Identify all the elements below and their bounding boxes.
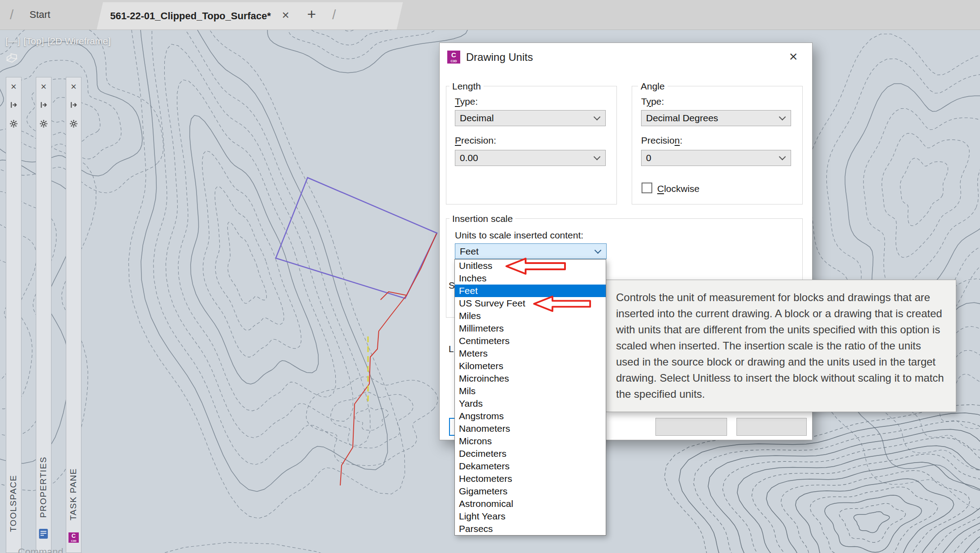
- properties-panel-bar[interactable]: × PROPERTIES: [36, 77, 51, 553]
- dialog-close-icon[interactable]: ×: [784, 43, 802, 72]
- length-precision-value: 0.00: [460, 150, 478, 166]
- length-group-label: Length: [449, 81, 484, 92]
- angle-type-value: Decimal Degrees: [646, 111, 718, 126]
- red-spur-line: [381, 292, 407, 300]
- civil3d-sub: C3D: [68, 540, 79, 542]
- units-list-item[interactable]: Dekameters: [455, 460, 606, 472]
- units-list-item[interactable]: Microinches: [455, 372, 606, 385]
- viewport-controls: [—] [Top] [2D Wireframe]: [5, 36, 111, 47]
- units-list-item[interactable]: Mils: [455, 385, 606, 397]
- viewport-visual-style-control[interactable]: [2D Wireframe]: [47, 36, 111, 46]
- length-type-value: Decimal: [460, 111, 494, 126]
- dialog-title-bar[interactable]: CC3D Drawing Units ×: [440, 43, 812, 72]
- annotation-arrow-us-survey-feet: [533, 294, 592, 313]
- units-list-item[interactable]: Millimeters: [455, 322, 606, 335]
- angle-group-label: Angle: [638, 81, 668, 92]
- units-list-item[interactable]: Hectometers: [455, 472, 606, 485]
- units-list-item[interactable]: Centimeters: [455, 335, 606, 347]
- gear-icon[interactable]: [39, 119, 48, 130]
- sample-output-label-clipped: S: [449, 280, 455, 291]
- auto-hide-icon[interactable]: [39, 101, 48, 111]
- units-list-item[interactable]: Decimeters: [455, 447, 606, 460]
- tab-separator: /: [332, 0, 336, 30]
- length-precision-label: Precision:: [455, 135, 496, 146]
- units-list-item[interactable]: Microns: [455, 435, 606, 447]
- auto-hide-icon[interactable]: [69, 101, 78, 111]
- navigation-icon: [5, 51, 19, 66]
- annotation-arrow-unitless: [505, 257, 567, 276]
- length-precision-dropdown[interactable]: 0.00: [455, 150, 606, 166]
- command-line-text[interactable]: Command: [18, 546, 63, 553]
- dialog-button[interactable]: [655, 418, 727, 436]
- chevron-down-icon: [779, 114, 786, 121]
- civil3d-sub: C3D: [447, 60, 460, 63]
- units-list-item[interactable]: Angstroms: [455, 410, 606, 422]
- chevron-down-icon: [595, 247, 602, 254]
- close-tab-icon[interactable]: ×: [278, 2, 294, 30]
- new-tab-button[interactable]: +: [303, 0, 321, 30]
- civil3d-icon[interactable]: CC3D: [68, 532, 79, 543]
- angle-type-label: Type:: [641, 96, 664, 107]
- chevron-down-icon: [779, 153, 786, 161]
- tab-separator: /: [10, 0, 13, 30]
- angle-type-dropdown[interactable]: Decimal Degrees: [641, 110, 791, 126]
- units-list-item[interactable]: Nanometers: [455, 422, 606, 435]
- insertion-scale-label: Insertion scale: [449, 213, 515, 224]
- insertion-units-value: Feet: [460, 244, 479, 259]
- tab-drawing[interactable]: 561-22-01_Clipped_Topo_Surface* ×: [97, 2, 403, 30]
- close-icon[interactable]: ×: [6, 81, 21, 93]
- viewport-minimize-control[interactable]: [—]: [5, 36, 20, 46]
- angle-precision-label: Precision:: [641, 135, 682, 146]
- chevron-down-icon: [594, 153, 601, 161]
- clockwise-checkbox[interactable]: [642, 183, 652, 193]
- viewport-view-control[interactable]: [Top]: [24, 36, 44, 46]
- chevron-down-icon: [594, 114, 601, 121]
- angle-precision-value: 0: [646, 150, 651, 166]
- units-list-item[interactable]: Parsecs: [455, 523, 606, 535]
- properties-palette-icon[interactable]: [39, 528, 48, 541]
- close-icon[interactable]: ×: [66, 81, 81, 93]
- gear-icon[interactable]: [69, 119, 78, 130]
- properties-panel-title: PROPERTIES: [39, 456, 48, 518]
- lighting-label-clipped: L: [449, 344, 454, 354]
- length-type-dropdown[interactable]: Decimal: [455, 110, 606, 126]
- civil3d-letter: C: [451, 51, 456, 59]
- red-breakline: [340, 234, 437, 485]
- length-type-label: Type:: [455, 96, 478, 107]
- dialog-button[interactable]: [736, 418, 807, 436]
- close-icon[interactable]: ×: [36, 81, 51, 93]
- tab-drawing-label: 561-22-01_Clipped_Topo_Surface*: [110, 2, 271, 30]
- toolspace-panel-bar[interactable]: × TOOLSPACE: [6, 77, 21, 553]
- units-to-scale-label: Units to scale inserted content:: [455, 230, 583, 241]
- dialog-title: Drawing Units: [466, 43, 533, 72]
- toolspace-panel-title: TOOLSPACE: [9, 475, 18, 532]
- civil3d-icon: CC3D: [447, 51, 460, 64]
- units-list-item[interactable]: Yards: [455, 397, 606, 410]
- units-list-item[interactable]: Kilometers: [455, 360, 606, 372]
- task-pane-panel-title: TASK PANE: [68, 468, 78, 520]
- tab-start[interactable]: Start: [23, 0, 56, 30]
- units-list-item[interactable]: Meters: [455, 347, 606, 360]
- civil3d-letter: C: [72, 532, 76, 539]
- gear-icon[interactable]: [9, 119, 18, 130]
- file-tab-bar: / Start 561-22-01_Clipped_Topo_Surface* …: [0, 0, 980, 30]
- clockwise-label: Clockwise: [657, 183, 700, 194]
- units-list-item[interactable]: Light Years: [455, 510, 606, 523]
- insertion-scale-tooltip: Controls the unit of measurement for blo…: [605, 280, 956, 412]
- task-pane-panel-bar[interactable]: × TASK PANE CC3D: [66, 77, 81, 553]
- auto-hide-icon[interactable]: [9, 101, 18, 111]
- angle-precision-dropdown[interactable]: 0: [641, 150, 791, 166]
- units-list-item[interactable]: Gigameters: [455, 485, 606, 498]
- units-list-item[interactable]: Astronomical: [455, 498, 606, 510]
